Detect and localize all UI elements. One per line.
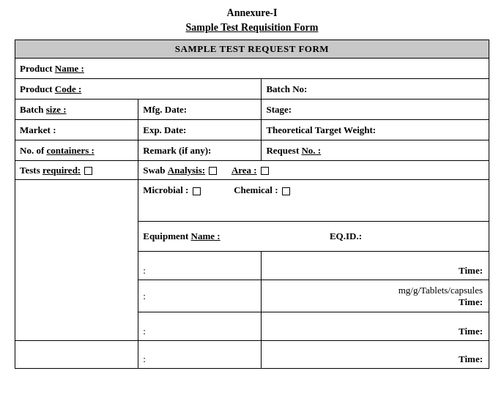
request-no-cell: Request No. : [262,140,489,161]
chemical-label: Chemical : [234,184,278,195]
tests-required-underline: required: [42,165,81,176]
tests-required-checkbox[interactable] [84,167,92,175]
batch-no-value[interactable] [310,83,312,94]
stage-value[interactable] [294,104,296,115]
time-4-right-cell: Time: [262,341,489,369]
product-code-cell: Product Code : [15,79,262,100]
batch-size-underline: size : [46,104,67,115]
containers-underline: containers : [46,145,94,156]
exp-date-value[interactable] [189,124,191,135]
time-label-3: Time: [459,326,483,337]
swab-analysis-area-cell: Swab Analysis: Area : [138,161,489,180]
page-title: Annexure-I [15,7,489,19]
time-3-left-cell: : [138,312,262,340]
stage-cell: Stage: [262,100,489,120]
equipment-row: Equipment Name : EQ.ID.: [138,221,489,251]
equipment-name-value[interactable] [223,230,311,242]
swab-analysis-underline: Analysis: [168,165,205,176]
market-value[interactable] [59,124,61,135]
batch-size-label: Batch [20,104,44,115]
tests-required-cell: Tests required: [15,161,138,180]
product-code-label: Product [20,83,53,94]
containers-value[interactable] [97,145,99,156]
time-label-4: Time: [459,353,483,364]
mfg-date-cell: Mfg. Date: [138,100,262,120]
theo-target-value[interactable] [378,124,380,135]
product-code-value[interactable] [84,83,86,94]
theo-target-label: Theoretical Target Weight: [266,124,376,135]
request-no-underline: No. : [301,145,321,156]
swab-analysis-checkbox[interactable] [209,167,217,175]
equipment-name-underline: Name : [191,230,220,241]
tests-required-label: Tests [20,165,40,176]
mg-label: mg/g/Tablets/capsules [266,285,483,296]
batch-size-cell: Batch size : [15,100,138,120]
area-checkbox[interactable] [261,167,269,175]
exp-date-cell: Exp. Date: [138,120,262,140]
tests-required-area [15,180,138,341]
eq-id-value[interactable] [364,230,366,241]
remark-value[interactable] [214,145,216,156]
product-name-row: Product Name : [15,59,489,79]
theo-target-cell: Theoretical Target Weight: [262,120,489,140]
microbial-label: Microbial : [143,184,188,195]
remark-cell: Remark (if any): [138,140,262,161]
time-3-right-cell: Time: [262,312,489,340]
market-label: Market [20,124,51,135]
equipment-name-label: Equipment [143,230,188,241]
mg-right-cell: mg/g/Tablets/capsules Time: [262,280,489,312]
request-no-value[interactable] [323,145,325,156]
swab-analysis-label: Swab [143,165,165,176]
mfg-date-value[interactable] [189,104,191,115]
market-colon: : [53,124,56,135]
product-name-label: Product [20,63,53,74]
containers-cell: No. of containers : [15,140,138,161]
chemical-checkbox[interactable] [282,187,290,195]
eq-id-label: EQ.ID.: [330,230,362,241]
exp-date-label: Exp. Date: [143,124,186,135]
time-1-right-cell: Time: [262,252,489,280]
batch-no-cell: Batch No: [262,79,489,100]
product-name-value[interactable] [86,63,89,74]
time-label-1: Time: [459,265,483,276]
stage-label: Stage: [266,104,292,115]
request-no-label: Request [266,145,299,156]
time-label-2: Time: [459,296,483,307]
remark-label: Remark (if any): [143,145,211,156]
product-name-underline: Name : [55,63,84,74]
containers-label: No. of [20,145,44,156]
time-1-left-cell: : [138,252,262,280]
microbial-chemical-cell: Microbial : Chemical : [138,180,489,222]
mg-left-cell: : [138,280,262,312]
page-subtitle: Sample Test Requisition Form [15,22,489,34]
main-form-table: SAMPLE TEST REQUEST FORM Product Name : … [15,40,489,369]
form-header: SAMPLE TEST REQUEST FORM [15,40,489,59]
time-4-left-cell [15,341,138,369]
time-4-mid-cell: : [138,341,262,369]
microbial-checkbox[interactable] [193,187,201,195]
batch-size-value[interactable] [69,104,71,115]
product-code-underline: Code : [55,83,81,94]
batch-no-label: Batch No: [266,83,307,94]
mfg-date-label: Mfg. Date: [143,104,187,115]
area-underline: Area : [231,165,257,176]
market-cell: Market : [15,120,138,140]
